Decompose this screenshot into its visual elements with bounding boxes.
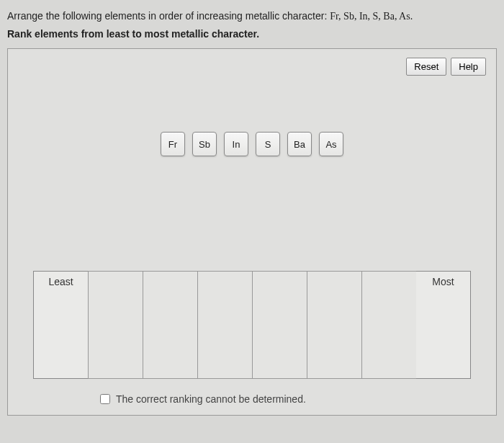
ranking-slot[interactable] — [252, 271, 307, 379]
least-label: Least — [33, 271, 88, 379]
tile-as[interactable]: As — [319, 132, 343, 156]
ranking-slot[interactable] — [361, 271, 416, 379]
ranking-panel: Reset Help Fr Sb In S Ba As Least Most T… — [7, 48, 497, 416]
tile-fr[interactable]: Fr — [161, 132, 185, 156]
tile-ba[interactable]: Ba — [287, 132, 312, 156]
help-button[interactable]: Help — [451, 58, 486, 76]
ranking-area: Least Most — [33, 271, 471, 379]
tile-s[interactable]: S — [256, 132, 280, 156]
cannot-determine-row: The correct ranking cannot be determined… — [100, 393, 306, 405]
elements-list: Fr, Sb, In, S, Ba, As. — [330, 11, 413, 22]
tile-in[interactable]: In — [224, 132, 248, 156]
question-prompt: Arrange the following elements in order … — [7, 9, 497, 24]
ranking-slot[interactable] — [307, 271, 361, 379]
ranking-slot[interactable] — [197, 271, 252, 379]
toolbar: Reset Help — [406, 58, 486, 76]
draggable-tiles: Fr Sb In S Ba As — [161, 132, 343, 156]
ranking-slot[interactable] — [88, 271, 143, 379]
ranking-slot[interactable] — [143, 271, 197, 379]
prompt-prefix: Arrange the following elements in order … — [7, 10, 330, 22]
most-label: Most — [416, 271, 471, 379]
cannot-determine-label: The correct ranking cannot be determined… — [116, 393, 306, 405]
tile-sb[interactable]: Sb — [192, 132, 217, 156]
reset-button[interactable]: Reset — [406, 58, 446, 76]
instruction-text: Rank elements from least to most metalli… — [7, 28, 497, 40]
cannot-determine-checkbox[interactable] — [100, 394, 110, 404]
